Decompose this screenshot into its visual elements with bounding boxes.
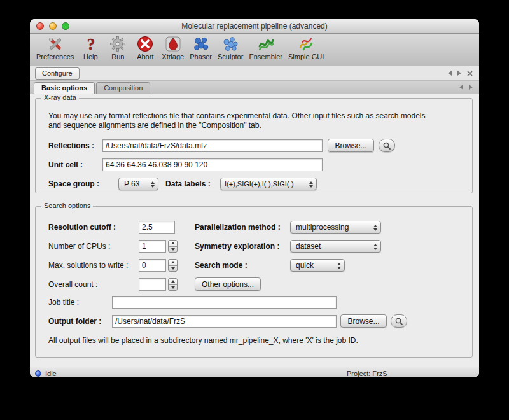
toolbar-button-sculptor[interactable]: Sculptor	[218, 35, 243, 60]
xray-description: You may use any format reflections file …	[48, 111, 438, 130]
popup-arrows-icon	[151, 181, 155, 188]
toolbar-button-phaser[interactable]: Phaser	[190, 35, 212, 60]
output-folder-browse-button[interactable]: Browse...	[340, 314, 387, 328]
output-folder-label: Output folder :	[48, 315, 101, 328]
stepper-down-icon[interactable]	[169, 266, 177, 272]
toolbar-button-run[interactable]: Run	[107, 35, 129, 60]
project-label: Project: FrzS	[347, 370, 387, 377]
main-toolbar: Preferences ? Help	[30, 34, 479, 66]
abort-icon	[136, 35, 154, 53]
configure-row: Configure	[30, 66, 479, 81]
back-arrow-icon[interactable]	[448, 71, 452, 76]
run-icon	[109, 35, 127, 53]
close-button[interactable]	[36, 22, 44, 30]
unit-cell-label: Unit cell :	[48, 158, 83, 171]
forward-arrow-icon[interactable]	[457, 71, 461, 76]
data-labels-label: Data labels :	[165, 178, 211, 190]
app-window: Molecular replacement pipeline (advanced…	[30, 19, 479, 377]
symmetry-value: dataset	[296, 242, 321, 251]
search-mode-select[interactable]: quick	[290, 259, 345, 272]
stepper-down-icon[interactable]	[169, 247, 177, 253]
reflections-label: Reflections :	[48, 139, 94, 152]
toolbar-label: Sculptor	[218, 53, 243, 60]
basic-options-panel: X-ray data You may use any format reflec…	[30, 94, 479, 367]
toolbar-label: Help	[83, 53, 98, 60]
popup-arrows-icon	[309, 181, 313, 188]
stepper-down-icon[interactable]	[169, 285, 177, 291]
xray-data-group: X-ray data You may use any format reflec…	[35, 98, 473, 193]
desktop-background: Molecular replacement pipeline (advanced…	[0, 0, 509, 420]
toolbar-label: Abort	[137, 53, 153, 60]
window-titlebar[interactable]: Molecular replacement pipeline (advanced…	[30, 19, 479, 34]
other-options-button[interactable]: Other options...	[195, 277, 261, 291]
popup-arrows-icon	[373, 225, 377, 231]
max-solutions-input[interactable]	[139, 259, 166, 272]
toolbar-label: Preferences	[36, 53, 74, 60]
parallelization-value: multiprocessing	[296, 223, 349, 232]
group-title: Search options	[41, 202, 93, 209]
output-folder-input[interactable]	[112, 315, 337, 328]
tab-basic-options[interactable]: Basic options	[34, 82, 95, 94]
toolbar-label: Simple GUI	[288, 53, 324, 60]
minimize-button[interactable]	[49, 22, 57, 30]
reflections-search-button[interactable]	[379, 139, 395, 152]
max-solutions-label: Max. solutions to write :	[48, 259, 128, 272]
group-title: X-ray data	[41, 94, 79, 101]
reflections-input[interactable]	[102, 139, 323, 152]
toolbar-button-abort[interactable]: Abort	[134, 35, 156, 60]
search-mode-label: Search mode :	[195, 259, 248, 272]
symmetry-select[interactable]: dataset	[290, 240, 381, 253]
magnifier-icon	[382, 141, 391, 150]
stepper-up-icon[interactable]	[169, 260, 177, 266]
configure-tab[interactable]: Configure	[35, 67, 80, 80]
overall-count-label: Overall count :	[48, 278, 97, 291]
tab-composition[interactable]: Composition	[96, 82, 150, 94]
space-group-value: P 63	[124, 179, 139, 188]
help-icon: ?	[81, 35, 99, 53]
status-dot-icon	[35, 370, 41, 377]
data-labels-value: I(+),SIGI(+),I(-),SIGI(-)	[225, 180, 294, 188]
overall-count-input[interactable]	[139, 278, 166, 291]
reflections-browse-button[interactable]: Browse...	[328, 139, 374, 152]
num-cpus-label: Number of CPUs :	[48, 240, 110, 253]
tab-forward-arrow-icon[interactable]	[469, 85, 473, 90]
num-cpus-input[interactable]	[139, 240, 166, 253]
job-title-input[interactable]	[112, 296, 337, 309]
resolution-cutoff-label: Resolution cutoff :	[48, 221, 116, 234]
space-group-label: Space group :	[48, 178, 99, 190]
num-cpus-stepper[interactable]	[168, 240, 178, 253]
close-pane-icon[interactable]	[467, 71, 473, 76]
preferences-icon	[46, 35, 64, 53]
svg-text:?: ?	[87, 36, 95, 53]
unit-cell-input[interactable]	[102, 158, 323, 171]
toolbar-button-ensembler[interactable]: Ensembler	[249, 35, 282, 60]
overall-count-stepper[interactable]	[168, 278, 178, 291]
symmetry-label: Symmetry exploration :	[195, 240, 279, 253]
toolbar-label: Run	[111, 53, 124, 60]
toolbar-button-help[interactable]: ? Help	[80, 35, 101, 60]
toolbar-button-preferences[interactable]: Preferences	[36, 35, 74, 60]
space-group-select[interactable]: P 63	[118, 178, 158, 190]
phaser-icon	[192, 35, 210, 53]
toolbar-button-xtriage[interactable]: Xtriage	[162, 35, 184, 60]
toolbar-button-simple-gui[interactable]: Simple GUI	[288, 35, 324, 60]
parallelization-label: Parallelization method :	[195, 221, 281, 234]
max-solutions-stepper[interactable]	[168, 259, 178, 272]
resolution-cutoff-input[interactable]	[139, 221, 175, 234]
stepper-up-icon[interactable]	[169, 279, 177, 285]
tab-nav	[459, 85, 473, 90]
zoom-button[interactable]	[62, 22, 69, 30]
output-folder-search-button[interactable]	[391, 314, 407, 328]
data-labels-select[interactable]: I(+),SIGI(+),I(-),SIGI(-)	[220, 178, 317, 190]
pane-nav	[448, 66, 473, 80]
status-text: Idle	[45, 370, 57, 377]
toolbar-label: Ensembler	[249, 53, 282, 60]
tab-bar: Basic options Composition	[30, 81, 479, 94]
stepper-up-icon[interactable]	[169, 241, 177, 247]
tab-back-arrow-icon[interactable]	[459, 85, 463, 90]
search-options-group: Search options Resolution cutoff : Paral…	[35, 206, 473, 358]
simple-gui-icon	[297, 35, 315, 53]
window-title: Molecular replacement pipeline (advanced…	[30, 19, 479, 33]
popup-arrows-icon	[373, 244, 377, 250]
parallelization-select[interactable]: multiprocessing	[290, 221, 381, 234]
